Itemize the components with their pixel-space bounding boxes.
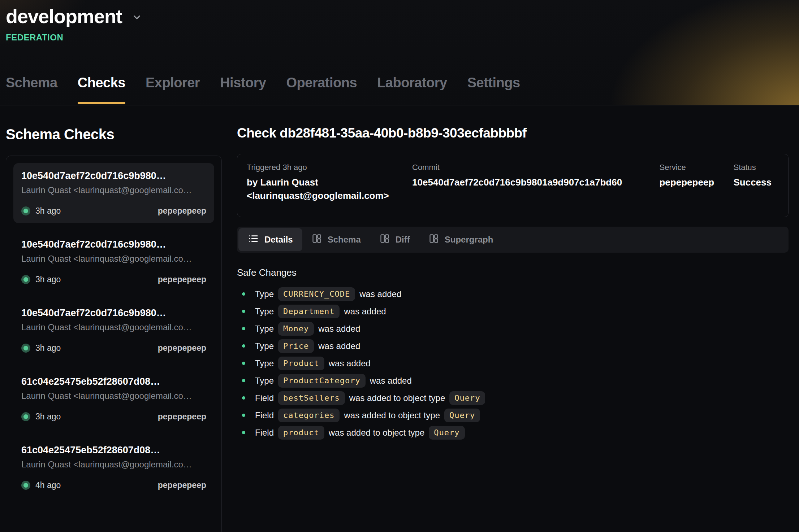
detail-tab-label: Diff [396,235,410,245]
change-code-chip: ProductCategory [278,374,366,388]
chevron-down-icon[interactable] [131,12,142,24]
change-row: Type Product was added [237,356,789,371]
change-prefix: Type [255,306,274,317]
change-row: Field bestSellers was added to object ty… [237,390,789,406]
bullet-dot [242,327,245,330]
bullet-dot [242,396,245,400]
check-time: 4h ago [35,480,61,490]
change-code-chip: CURRENCY_CODE [278,287,355,301]
check-detail-tabs: Details Schema [237,227,789,253]
change-prefix: Type [255,358,274,369]
nav-tab[interactable]: Explorer [146,75,200,105]
check-list-item[interactable]: 61c04e25475eb52f28607d08… Laurin Quast <… [13,437,214,497]
federation-badge: FEDERATION [6,32,799,43]
check-service: pepepepeep [158,206,206,216]
change-code-chip-secondary: Query [449,391,485,405]
status-success-dot [21,481,30,490]
change-description: was added to object type [349,393,445,403]
check-author: Laurin Quast <laurinquast@googlemail.co… [21,391,206,401]
check-author: Laurin Quast <laurinquast@googlemail.co… [21,254,206,264]
status-success-dot [21,206,30,215]
change-prefix: Field [255,393,274,403]
change-code-chip: bestSellers [278,391,345,405]
check-list-item[interactable]: 10e540d7aef72c0d716c9b980… Laurin Quast … [13,163,214,223]
change-code-chip: Price [278,339,314,353]
check-list-item[interactable]: 10e540d7aef72c0d716c9b980… Laurin Quast … [13,232,214,292]
change-code-chip: categories [278,409,340,422]
check-list-item[interactable]: 61c04e25475eb52f28607d08… Laurin Quast <… [13,369,214,429]
detail-tab[interactable]: Diff [370,228,419,251]
check-commit-id: 10e540d7aef72c0d716c9b980… [21,239,206,250]
change-row: Type Department was added [237,304,789,319]
change-prefix: Type [255,324,274,334]
check-meta: 3h ago pepepepeep [21,343,206,353]
change-prefix: Type [255,289,274,299]
nav-tab[interactable]: Schema [6,75,57,105]
check-time: 3h ago [35,343,61,353]
change-row: Type CURRENCY_CODE was added [237,286,789,302]
check-commit-id: 61c04e25475eb52f28607d08… [21,376,206,387]
safe-changes-title: Safe Changes [237,267,789,278]
change-code-chip: Department [278,305,340,318]
commit-label: Commit [412,163,652,172]
status-success-dot [21,412,30,421]
check-commit-id: 61c04e25475eb52f28607d08… [21,445,206,456]
check-author: Laurin Quast <laurinquast@googlemail.co… [21,185,206,195]
change-description: was added [318,341,360,351]
bullet-dot [242,310,245,313]
nav-tab[interactable]: History [220,75,266,105]
status-label: Status [733,163,772,172]
change-row: Type Price was added [237,338,789,354]
bullet-dot [242,414,245,417]
list-icon [248,233,259,246]
check-list-item[interactable]: 10e540d7aef72c0d716c9b980… Laurin Quast … [13,300,214,360]
check-meta: 3h ago pepepepeep [21,412,206,422]
change-description: was added [318,324,360,334]
service-label: Service [659,163,726,172]
change-row: Type ProductCategory was added [237,373,789,389]
change-row: Field categories was added to object typ… [237,407,789,423]
check-meta: 3h ago pepepepeep [21,275,206,284]
detail-tab[interactable]: Schema [302,228,370,251]
check-meta: 3h ago pepepepeep [21,206,206,216]
detail-tab-label: Details [264,235,293,245]
check-time: 3h ago [35,206,61,216]
safe-changes-list: Type CURRENCY_CODE was added Type Depart… [237,286,789,441]
detail-tab-label: Supergraph [445,235,493,245]
check-service: pepepepeep [158,275,206,284]
change-description: was added [344,306,386,317]
change-row: Type Money was added [237,321,789,337]
check-commit-id: 10e540d7aef72c0d716c9b980… [21,170,206,182]
org-name[interactable]: development [6,5,122,27]
change-description: was added [359,289,401,299]
check-commit-id: 10e540d7aef72c0d716c9b980… [21,308,206,319]
bullet-dot [242,362,245,365]
check-time: 3h ago [35,275,61,284]
nav-tab[interactable]: Operations [286,75,357,105]
service-value: pepepepeep [659,176,726,189]
check-detail-panel: Check db28f481-35aa-40b0-b8b9-303ecfabbb… [237,105,789,532]
check-list: 10e540d7aef72c0d716c9b980… Laurin Quast … [6,156,222,532]
change-description: was added [329,358,371,369]
status-success-dot [21,275,30,284]
content-area: Schema Checks 10e540d7aef72c0d716c9b980…… [0,105,799,532]
status-value: Success [733,176,772,189]
change-code-chip: Product [278,357,324,370]
schema-checks-sidebar: Schema Checks 10e540d7aef72c0d716c9b980…… [6,105,222,532]
check-author: Laurin Quast <laurinquast@googlemail.co… [21,459,206,470]
nav-tab[interactable]: Settings [467,75,520,105]
detail-tab[interactable]: Details [238,228,302,251]
check-meta: 4h ago pepepepeep [21,480,206,490]
primary-nav: Schema Checks Explorer History Operation… [6,75,520,105]
sidebar-title: Schema Checks [6,126,222,143]
nav-tab[interactable]: Laboratory [377,75,447,105]
columns-icon [380,234,390,246]
detail-tab[interactable]: Supergraph [419,228,503,251]
change-description: was added to object type [329,428,425,438]
change-code-chip: product [278,426,324,440]
check-service: pepepepeep [158,412,206,422]
nav-tab[interactable]: Checks [78,75,125,105]
bullet-dot [242,344,245,348]
page-header: development FEDERATION Schema Checks Exp… [0,0,799,105]
change-prefix: Type [255,376,274,386]
